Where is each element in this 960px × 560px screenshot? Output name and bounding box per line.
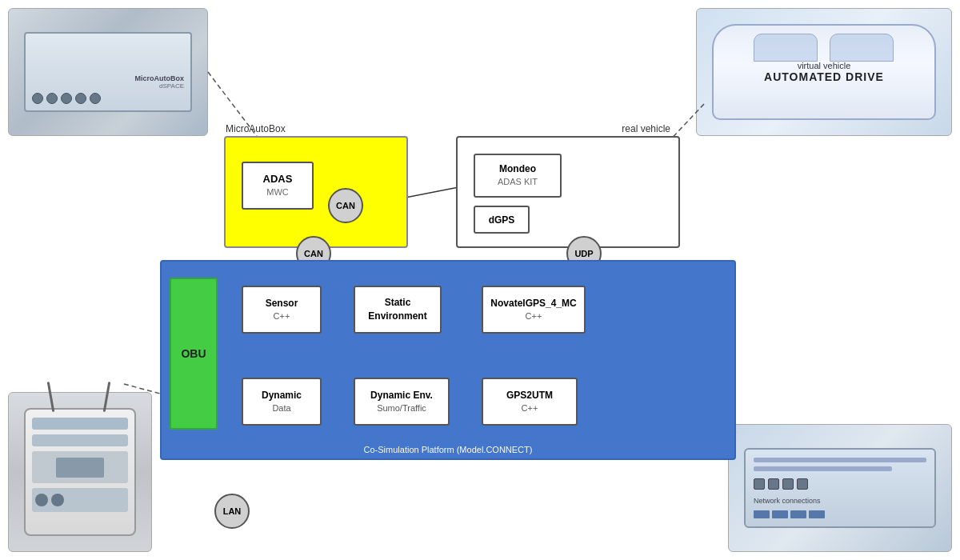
adas-box: ADAS MWC	[242, 162, 314, 210]
dgps-label: dGPS	[489, 214, 515, 226]
can-top-label: CAN	[336, 201, 355, 210]
lan-node: LAN	[214, 494, 250, 529]
adas-label: ADAS	[263, 173, 293, 186]
photo-vehicle: virtual vehicle AUTOMATED DRIVE	[696, 8, 952, 136]
microautobox-label: MicroAutoBox	[226, 123, 286, 134]
novatel-box: NovatelGPS_4_MC C++	[482, 286, 586, 334]
sensor-sub: C++	[274, 310, 290, 322]
mondeo-sub: ADAS KIT	[498, 176, 538, 188]
microautobox-box: MicroAutoBox ADAS MWC	[224, 136, 408, 248]
dynamic-data-label: Dynamic	[262, 389, 302, 402]
lan-label: LAN	[223, 506, 242, 516]
novatel-sub: C++	[526, 310, 542, 322]
static-env-sub: Environment	[368, 310, 426, 323]
real-vehicle-label: real vehicle	[622, 123, 670, 134]
sensor-box: Sensor C++	[242, 286, 322, 334]
adas-sub: MWC	[266, 186, 289, 198]
novatel-label: NovatelGPS_4_MC	[490, 297, 576, 310]
udp-label: UDP	[574, 249, 593, 258]
mondeo-label: Mondeo	[499, 162, 536, 176]
autobox-sub-label: dSPACE	[32, 82, 184, 90]
can-mid-label: CAN	[304, 249, 323, 258]
mondeo-box: Mondeo ADAS KIT	[474, 154, 562, 198]
obu-inner-label: OBU	[181, 347, 206, 360]
sensor-label: Sensor	[266, 297, 298, 310]
platform-label: Co-Simulation Platform (Model.CONNECT)	[364, 445, 533, 454]
dynamic-env-label: Dynamic Env.	[370, 389, 433, 402]
static-env-label: Static	[385, 296, 411, 310]
dynamic-data-box: Dynamic Data	[242, 378, 322, 426]
autobox-brand-label: MicroAutoBox	[32, 74, 184, 82]
gps2utm-box: GPS2UTM C++	[482, 378, 578, 426]
photo-microautobox: MicroAutoBox dSPACE	[8, 8, 208, 136]
static-env-box: Static Environment	[354, 286, 442, 334]
photo-obu	[8, 392, 152, 552]
can-node-top: CAN	[328, 188, 363, 223]
real-vehicle-box: real vehicle Mondeo ADAS KIT dGPS	[456, 136, 680, 248]
dgps-box: dGPS	[474, 206, 530, 234]
obu-inner-box: OBU	[170, 278, 218, 430]
vehicle-sub: AUTOMATED DRIVE	[764, 70, 884, 83]
platform-box: OBU Sensor C++ Static Environment Novate…	[160, 260, 736, 460]
dynamic-env-box: Dynamic Env. Sumo/Traffic	[354, 378, 450, 426]
dynamic-data-sub: Data	[272, 402, 290, 414]
vehicle-brand: virtual vehicle	[764, 61, 884, 70]
diagram: MicroAutoBox ADAS MWC real vehicle Monde…	[160, 136, 784, 480]
dynamic-env-sub: Sumo/Traffic	[377, 402, 426, 414]
gps2utm-label: GPS2UTM	[506, 389, 553, 402]
gps2utm-sub: C++	[522, 402, 538, 414]
